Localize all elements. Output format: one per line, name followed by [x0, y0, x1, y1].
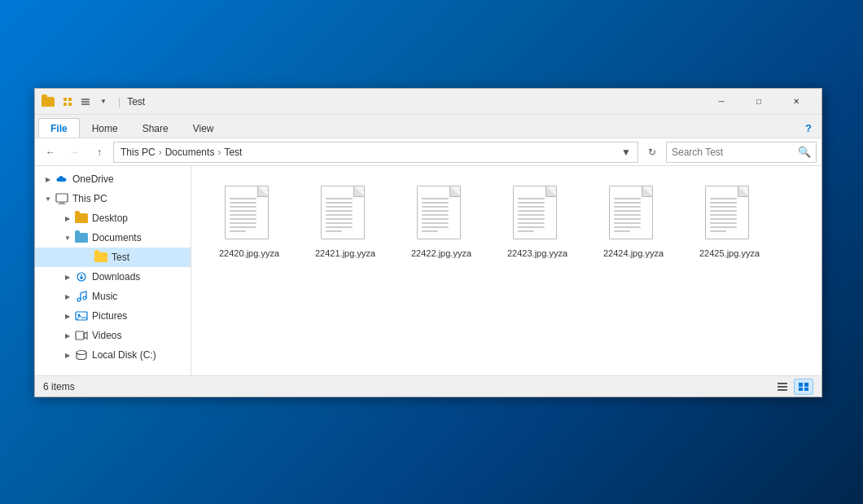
status-bar: 6 items [35, 375, 821, 397]
path-sep-2: › [217, 147, 221, 158]
file-item-0[interactable]: 22420.jpg.yyza [204, 179, 294, 265]
sidebar-item-desktop[interactable]: ▶ Desktop [35, 208, 191, 228]
help-button[interactable]: ? [799, 118, 818, 138]
ribbon-tabs: File Home Share View ? [35, 115, 821, 138]
tab-file[interactable]: File [38, 118, 80, 138]
file-explorer-window: ▼ | Test ─ □ ✕ File Home Share View ? ← … [34, 88, 822, 397]
quick-access-toolbar: ▼ [59, 94, 112, 110]
svg-rect-14 [778, 383, 787, 384]
back-button[interactable]: ← [40, 142, 61, 163]
forward-button[interactable]: → [64, 142, 85, 163]
file-icon-5 [705, 186, 754, 244]
desktop-folder-icon [74, 212, 89, 225]
expand-desktop[interactable]: ▶ [61, 212, 74, 225]
tab-home[interactable]: Home [80, 118, 130, 138]
file-icon-2 [417, 186, 466, 244]
test-folder-icon [94, 251, 108, 264]
svg-rect-4 [56, 194, 68, 202]
documents-folder-icon [74, 231, 89, 244]
file-item-3[interactable]: 22423.jpg.yyza [493, 179, 582, 265]
sidebar-label-onedrive: OneDrive [72, 173, 114, 185]
svg-rect-17 [799, 383, 803, 387]
expand-local-disk[interactable]: ▶ [61, 348, 74, 362]
expand-pictures[interactable]: ▶ [61, 309, 74, 322]
svg-rect-0 [64, 98, 67, 101]
tab-view[interactable]: View [181, 118, 226, 138]
svg-rect-2 [64, 103, 67, 106]
quick-access-btn-1[interactable] [59, 94, 76, 110]
svg-rect-15 [778, 386, 787, 388]
maximize-button[interactable]: □ [740, 89, 778, 115]
folder-icon [42, 97, 55, 107]
sidebar-item-onedrive[interactable]: ▶ OneDrive [35, 169, 191, 189]
title-bar: ▼ | Test ─ □ ✕ [35, 89, 821, 115]
ribbon: File Home Share View ? [35, 115, 821, 138]
expand-videos[interactable]: ▶ [61, 329, 74, 342]
file-item-4[interactable]: 22424.jpg.yyza [589, 179, 678, 265]
sidebar-item-local-disk[interactable]: ▶ Local Disk (C:) [35, 345, 191, 365]
path-documents[interactable]: Documents [165, 147, 215, 158]
path-sep-1: › [159, 147, 162, 158]
sidebar-item-downloads[interactable]: ▶ Downloads [35, 267, 191, 287]
sidebar-item-documents[interactable]: ▼ Documents [35, 228, 191, 248]
svg-rect-12 [76, 331, 84, 340]
tab-share[interactable]: Share [130, 118, 181, 138]
path-this-pc[interactable]: This PC [120, 147, 156, 158]
refresh-button[interactable]: ↻ [642, 142, 663, 163]
file-icon-1 [321, 186, 370, 244]
svg-rect-18 [804, 383, 808, 387]
expand-downloads[interactable]: ▶ [61, 270, 74, 283]
onedrive-icon [55, 173, 69, 186]
sidebar-item-this-pc[interactable]: ▼ This PC [35, 189, 191, 208]
sidebar-label-desktop: Desktop [92, 213, 128, 224]
title-bar-folder-icon [42, 96, 55, 107]
main-content: ▶ OneDrive ▼ This PC ▶ Deskto [35, 166, 821, 375]
svg-rect-6 [58, 204, 66, 204]
details-view-button[interactable] [773, 379, 792, 395]
svg-rect-20 [804, 388, 808, 391]
quick-access-btn-2[interactable] [77, 94, 94, 110]
sidebar-item-music[interactable]: ▶ Music [35, 287, 191, 306]
file-item-2[interactable]: 22422.jpg.yyza [396, 179, 486, 265]
quick-access-dropdown[interactable]: ▼ [95, 94, 112, 110]
sidebar-label-test: Test [112, 252, 129, 263]
large-icons-view-button[interactable] [794, 379, 813, 395]
expand-onedrive[interactable]: ▶ [42, 173, 55, 186]
file-name-3: 22423.jpg.yyza [507, 248, 567, 259]
minimize-button[interactable]: ─ [703, 89, 740, 115]
file-page-2 [417, 186, 461, 239]
svg-rect-19 [799, 388, 803, 391]
file-item-1[interactable]: 22421.jpg.yyza [300, 179, 390, 265]
address-path[interactable]: This PC › Documents › Test ▼ [113, 142, 638, 163]
file-lines-2 [422, 198, 449, 234]
sidebar-label-this-pc: This PC [72, 193, 107, 204]
videos-folder-icon [74, 329, 89, 342]
music-folder-icon [74, 290, 89, 303]
window-controls: ─ □ ✕ [703, 89, 815, 115]
search-input[interactable] [672, 147, 795, 158]
file-icon-3 [513, 186, 562, 244]
disk-icon [74, 348, 89, 362]
file-name-4: 22424.jpg.yyza [603, 248, 664, 259]
path-test[interactable]: Test [224, 147, 242, 158]
path-dropdown-btn[interactable]: ▼ [621, 147, 631, 158]
search-box[interactable]: 🔍 [666, 142, 817, 163]
expand-music[interactable]: ▶ [61, 290, 74, 303]
expand-documents[interactable]: ▼ [61, 231, 74, 244]
file-item-5[interactable]: 22425.jpg.yyza [685, 179, 774, 265]
svg-rect-5 [59, 202, 64, 204]
file-page-0 [225, 186, 269, 239]
file-page-4 [609, 186, 653, 239]
sidebar-item-pictures[interactable]: ▶ Pictures [35, 306, 191, 326]
close-button[interactable]: ✕ [778, 89, 815, 115]
view-buttons [773, 379, 813, 395]
up-button[interactable]: ↑ [89, 142, 110, 163]
search-icon[interactable]: 🔍 [798, 146, 811, 158]
expand-this-pc[interactable]: ▼ [42, 192, 55, 205]
file-lines-3 [518, 198, 545, 234]
window-title: Test [127, 96, 703, 107]
address-bar: ← → ↑ This PC › Documents › Test ▼ ↻ 🔍 [35, 138, 821, 166]
sidebar-item-test[interactable]: ▶ Test [35, 248, 191, 267]
sidebar-label-videos: Videos [92, 330, 121, 341]
sidebar-item-videos[interactable]: ▶ Videos [35, 326, 191, 345]
